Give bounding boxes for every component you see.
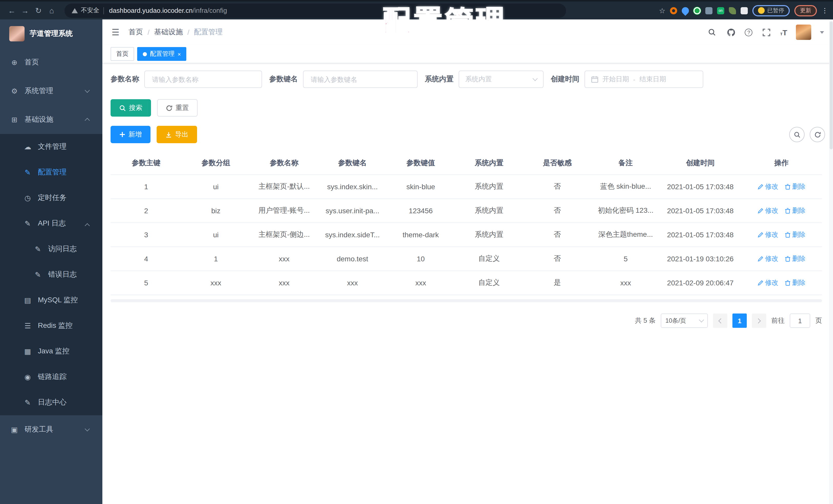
cell-group: ui: [182, 231, 250, 239]
horizontal-scrollbar[interactable]: [111, 299, 822, 302]
breadcrumb-separator: /: [148, 28, 150, 36]
tab-配置管理[interactable]: 配置管理×: [137, 47, 187, 61]
delete-link[interactable]: 删除: [784, 278, 805, 287]
edit-link[interactable]: 修改: [757, 278, 778, 287]
sidebar-item-api-log[interactable]: ✎API 日志: [0, 211, 102, 236]
sidebar-item-label: 基础设施: [25, 115, 53, 124]
cell-created: 2021-01-05 17:03:48: [660, 182, 741, 191]
edit-link[interactable]: 修改: [757, 230, 778, 240]
extension-icon[interactable]: [705, 7, 712, 14]
browser-reload-icon[interactable]: ↻: [32, 6, 45, 15]
delete-link[interactable]: 删除: [784, 230, 805, 240]
edit-link[interactable]: 修改: [757, 206, 778, 215]
github-icon[interactable]: [726, 27, 736, 37]
extension-pin-icon[interactable]: [680, 5, 690, 16]
extensions-puzzle-icon[interactable]: [741, 7, 748, 14]
browser-home-icon[interactable]: ⌂: [45, 6, 58, 15]
clock-icon: ◷: [24, 194, 32, 202]
not-secure-label: 不安全: [81, 6, 99, 15]
font-size-icon[interactable]: тT: [780, 28, 787, 36]
mysql-icon: ▤: [24, 296, 32, 304]
param-key-input[interactable]: [310, 75, 411, 84]
sidebar-item-home[interactable]: ⊕首页: [0, 48, 102, 77]
cell-remark: 深色主题theme...: [591, 230, 660, 240]
scrollbar-thumb[interactable]: [830, 22, 833, 149]
add-button[interactable]: 新增: [111, 126, 150, 143]
sidebar-item-access-log[interactable]: ✎访问日志: [0, 236, 102, 262]
sidebar-item-label: Java 监控: [38, 347, 69, 356]
goto-label: 前往: [771, 316, 785, 325]
extension-icon[interactable]: [729, 7, 736, 14]
tab-首页[interactable]: 首页: [111, 47, 134, 61]
total-count: 共 5 条: [635, 316, 656, 325]
fullscreen-icon[interactable]: [761, 27, 771, 37]
browser-back-icon[interactable]: ←: [5, 6, 19, 15]
sidebar-item-infra[interactable]: ⊞基础设施: [0, 105, 102, 134]
sidebar-item-file[interactable]: ☁文件管理: [0, 134, 102, 159]
param-name-label: 参数名称: [111, 75, 139, 84]
extension-icon[interactable]: [670, 7, 677, 14]
sidebar-item-dev-tool[interactable]: ▣研发工具: [0, 415, 102, 444]
cell-value: theme-dark: [387, 231, 455, 239]
breadcrumb-item[interactable]: 首页: [129, 28, 143, 37]
update-button[interactable]: 更新: [794, 5, 817, 16]
browser-menu-kebab-icon[interactable]: ⋮: [822, 7, 828, 14]
sidebar-item-java[interactable]: ▦Java 监控: [0, 338, 102, 364]
edit-link[interactable]: 修改: [757, 254, 778, 263]
reset-button[interactable]: 重置: [157, 99, 197, 117]
delete-link[interactable]: 删除: [784, 254, 805, 263]
not-secure-warning-icon: [72, 8, 78, 13]
column-header: 备注: [591, 158, 660, 168]
sidebar-item-label: API 日志: [38, 219, 66, 228]
builtin-select[interactable]: 系统内置: [459, 71, 544, 88]
toggle-search-button[interactable]: [789, 127, 805, 142]
cell-key: sys.index.skin...: [318, 182, 387, 191]
sidebar-item-mysql[interactable]: ▤MySQL 监控: [0, 287, 102, 313]
next-page-button[interactable]: [752, 313, 766, 328]
browser-forward-icon[interactable]: →: [19, 6, 32, 15]
delete-link[interactable]: 删除: [784, 206, 805, 215]
sidebar-item-label: 系统管理: [25, 86, 53, 96]
breadcrumb-item[interactable]: 基础设施: [154, 28, 183, 37]
help-icon[interactable]: ?: [745, 28, 753, 36]
extension-icon[interactable]: [693, 7, 701, 14]
bookmark-star-icon[interactable]: ☆: [659, 7, 665, 14]
sidebar-item-job[interactable]: ◷定时任务: [0, 185, 102, 211]
current-page-button[interactable]: 1: [733, 313, 747, 328]
sidebar-toggle-icon[interactable]: ☰: [112, 27, 120, 37]
edit-icon: ✎: [24, 168, 32, 176]
page-size-select[interactable]: 10条/页: [661, 313, 708, 328]
cell-builtin: 自定义: [455, 254, 523, 263]
sidebar-item-redis[interactable]: ☰Redis 监控: [0, 313, 102, 338]
date-range-picker[interactable]: 开始日期 - 结束日期: [585, 71, 703, 88]
delete-link[interactable]: 删除: [784, 182, 805, 191]
sidebar-item-trace[interactable]: ◉链路追踪: [0, 364, 102, 390]
paused-chip[interactable]: 已暂停: [753, 5, 790, 16]
sidebar-item-system[interactable]: ⚙系统管理: [0, 77, 102, 105]
search-button[interactable]: 搜索: [111, 99, 151, 117]
user-avatar[interactable]: [796, 25, 811, 40]
goto-page-input[interactable]: 1: [790, 313, 810, 328]
export-button[interactable]: 导出: [157, 126, 197, 143]
edit-link[interactable]: 修改: [757, 182, 778, 191]
cell-sensitive: 否: [523, 206, 591, 215]
sidebar-item-log-center[interactable]: ✎日志中心: [0, 390, 102, 415]
sidebar-item-config[interactable]: ✎配置管理: [0, 159, 102, 185]
table-row: 1ui主框架页-默认...sys.index.skin...skin-blue系…: [111, 175, 822, 199]
window-scrollbar[interactable]: [829, 20, 833, 504]
sidebar-item-error-log[interactable]: ✎错误日志: [0, 262, 102, 287]
param-name-input[interactable]: [151, 75, 255, 84]
sidebar-item-label: MySQL 监控: [38, 296, 78, 305]
log-icon: ✎: [24, 219, 32, 228]
sidebar-menu: ⊕首页⚙系统管理⊞基础设施☁文件管理✎配置管理◷定时任务✎API 日志✎访问日志…: [0, 48, 102, 444]
cell-created: 2021-01-05 17:03:48: [660, 231, 741, 239]
search-icon[interactable]: [707, 27, 717, 37]
sidebar-submenu: ☁文件管理✎配置管理◷定时任务✎API 日志✎访问日志✎错误日志▤MySQL 监…: [0, 134, 102, 415]
prev-page-button[interactable]: [713, 313, 727, 328]
extension-on-badge-icon[interactable]: on: [717, 7, 724, 14]
column-header: 创建时间: [660, 158, 741, 168]
user-menu-caret-icon[interactable]: [820, 31, 824, 33]
cell-builtin: 系统内置: [455, 230, 523, 240]
refresh-button[interactable]: [810, 127, 825, 142]
close-tab-icon[interactable]: ×: [177, 51, 181, 57]
